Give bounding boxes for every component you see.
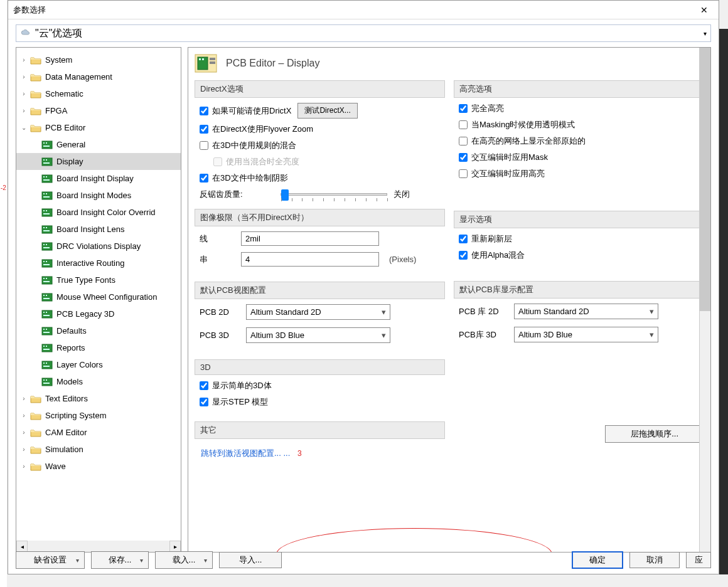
svg-rect-20 [42,226,52,233]
tree-item-drc-violations-display[interactable]: DRC Violations Display [16,238,181,255]
scroll-right-icon[interactable]: ▸ [169,541,181,552]
expand-icon[interactable]: › [20,412,28,419]
cloud-preferences-dropdown[interactable]: "云"优选项 ▾ [16,24,711,42]
expand-icon[interactable]: › [20,73,28,80]
tree-item-interactive-routing[interactable]: Interactive Routing [16,255,181,272]
chk-full-highlight[interactable]: 完全高亮 [459,103,702,114]
chk-apply-mask[interactable]: 交互编辑时应用Mask [459,152,702,163]
chk-use-drictx[interactable]: 如果可能请使用DrictX 测试DirectX... [200,103,442,119]
svg-rect-15 [43,196,50,198]
tree-item-board-insight-display[interactable]: Board Insight Display [16,170,181,187]
pcb-editor-icon [195,53,217,74]
pcb-page-icon [41,208,53,217]
tree-item-defaults[interactable]: Defaults [16,322,181,339]
checkbox[interactable] [200,174,208,182]
group-title: DirectX选项 [195,80,445,98]
tree-item-general[interactable]: General [16,136,181,153]
cancel-button[interactable]: 取消 [629,552,680,568]
checkbox[interactable] [459,169,468,178]
chk-show-all-primitives[interactable]: 在高亮的网络上显示全部原始的 [459,135,702,147]
tree-item-wave[interactable]: ›Wave [16,458,181,475]
checkbox[interactable] [200,381,208,390]
tree-item-pcb-editor[interactable]: ⌄PCB Editor [16,119,181,136]
vertical-scrollbar[interactable] [699,48,710,552]
tree-item-schematic[interactable]: ›Schematic [16,85,181,102]
checkbox[interactable] [459,104,468,113]
horizontal-scrollbar[interactable]: ◂ ▸ [16,541,181,552]
tree-item-fpga[interactable]: ›FPGA [16,102,181,119]
tree-item-scripting-system[interactable]: ›Scripting System [16,407,181,424]
tree-item-layer-colors[interactable]: Layer Colors [16,356,181,373]
tree-item-mouse-wheel-configuration[interactable]: Mouse Wheel Configuration [16,288,181,305]
expand-icon[interactable]: › [20,90,28,97]
tree-item-models[interactable]: Models [16,373,181,390]
pcb3d-select[interactable]: Altium 3D Blue [246,327,390,343]
tree-item-board-insight-lens[interactable]: Board Insight Lens [16,221,181,238]
tree-item-label: Layer Colors [56,360,103,369]
tree-item-label: General [56,140,85,149]
tree-item-data-management[interactable]: ›Data Management [16,68,181,85]
chk-simple-3d[interactable]: 显示简单的3D体 [200,380,442,391]
chk-flyover-zoom[interactable]: 在DirectX使用Flyover Zoom [200,124,442,135]
tree-item-cam-editor[interactable]: ›CAM Editor [16,424,181,441]
ok-button[interactable]: 确定 [572,551,623,569]
expand-icon[interactable]: › [20,56,28,63]
pcb-page-icon [41,327,53,336]
tree-item-simulation[interactable]: ›Simulation [16,441,181,458]
chk-apply-highlight[interactable]: 交互编辑时应用高亮 [459,168,702,179]
lib2d-select[interactable]: Altium Standard 2D [514,304,658,319]
chk-alpha-blend[interactable]: 使用Alpha混合 [459,250,702,261]
expand-icon[interactable]: › [20,446,28,453]
svg-rect-59 [43,383,50,384]
expand-icon[interactable]: › [20,463,28,470]
tree-item-board-insight-modes[interactable]: Board Insight Modes [16,187,181,204]
pcb2d-select[interactable]: Altium Standard 2D [246,304,390,320]
tree-item-label: CAM Editor [45,428,87,437]
antialias-slider[interactable] [281,193,387,196]
string-input[interactable] [241,252,379,267]
chk-step-model[interactable]: 显示STEP 模型 [200,396,442,408]
defaults-button[interactable]: 缺省设置 [16,551,85,569]
line-input[interactable] [241,231,379,246]
group-3d: 3D 显示简单的3D体 显示STEP 模型 [195,359,445,415]
save-button[interactable]: 保存... [91,551,149,569]
expand-icon[interactable]: › [20,395,28,402]
svg-rect-40 [42,310,52,318]
test-directx-button[interactable]: 测试DirectX... [297,103,357,119]
import-button[interactable]: 导入... [219,552,282,568]
svg-rect-6 [46,159,47,161]
apply-button[interactable]: 应 [686,552,711,568]
scroll-left-icon[interactable]: ◂ [16,541,28,552]
tree-item-text-editors[interactable]: ›Text Editors [16,390,181,407]
expand-icon[interactable]: › [20,429,28,436]
checkbox[interactable] [200,107,208,115]
checkbox[interactable] [459,120,468,129]
lib3d-select[interactable]: Altium 3D Blue [514,327,658,342]
load-button[interactable]: 载入... [155,551,213,569]
chk-refresh-layers[interactable]: 重新刷新层 [459,233,702,245]
checkbox[interactable] [459,137,468,145]
checkbox[interactable] [459,235,468,243]
expand-icon[interactable]: ⌄ [20,124,28,131]
jump-to-view-config-link[interactable]: 跳转到激活视图配置... ... [201,448,290,458]
tree-item-true-type-fonts[interactable]: True Type Fonts [16,272,181,288]
page-header: PCB Editor – Display [195,53,704,74]
checkbox[interactable] [200,398,208,406]
tree-item-reports[interactable]: Reports [16,339,181,356]
tree-item-label: Wave [45,462,66,471]
close-icon[interactable]: ✕ [695,3,714,17]
checkbox[interactable] [200,125,208,134]
checkbox[interactable] [459,153,468,162]
tree-item-system[interactable]: ›System [16,51,181,68]
tree-item-display[interactable]: Display [16,153,181,170]
chk-3d-shadow[interactable]: 在3D文件中绘制阴影 [200,172,442,184]
chk-mask-transparent[interactable]: 当Masking时候使用透明模式 [459,119,702,130]
checkbox[interactable] [459,251,468,260]
chk-3d-mix[interactable]: 在3D中使用规则的混合 [200,140,442,151]
checkbox[interactable] [200,141,208,150]
svg-rect-27 [43,247,50,248]
tree-item-board-insight-color-overrid[interactable]: Board Insight Color Overrid [16,204,181,221]
tree-item-pcb-legacy-3d[interactable]: PCB Legacy 3D [16,305,181,322]
expand-icon[interactable]: › [20,107,28,114]
layer-drag-order-button[interactable]: 层拖拽顺序... [605,425,704,443]
